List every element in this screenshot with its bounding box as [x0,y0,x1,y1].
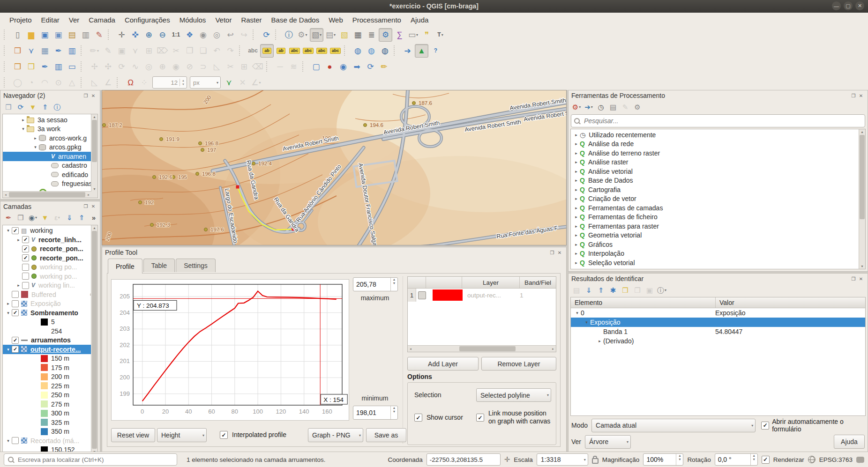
layer-tree-item[interactable]: ▾ output-recorte... [3,345,97,354]
edit-in-place-button[interactable]: ▢ [310,60,322,73]
zoom-last-button[interactable]: ↩ [224,29,237,41]
delete-selected-button[interactable]: ⌦ [156,44,169,57]
browser-tree-item[interactable]: ▸ 3a sessao [3,115,97,125]
horizontal-scrollbar[interactable]: ◂▸ [3,191,91,198]
save-layer-edits-button[interactable]: ▣ [115,44,128,57]
toolbox-category-item[interactable]: ▸ Análise raster [571,158,865,167]
filter-expression-button[interactable]: ε▾ [52,212,63,223]
layer-tree-item[interactable]: recorte_pon... [3,253,97,263]
expander-icon[interactable]: ▸ [573,215,580,219]
drag-handle[interactable] [117,77,122,88]
profile-tab[interactable]: Settings [176,259,216,272]
minimum-spinner[interactable]: 198,01▲▼ [353,406,398,420]
filter-legend-button[interactable]: ▼ [39,212,51,223]
expander-icon[interactable]: ▸ [20,118,27,122]
epsg-code[interactable]: EPSG:3763 [819,456,853,463]
zoom-to-layer-button[interactable]: ◎ [210,29,223,41]
expander-icon[interactable]: ▾ [32,145,39,149]
ver-combo[interactable]: Árvore▾ [585,435,631,449]
run-feature-action-button[interactable]: ⚙▾ [296,29,309,41]
filter-browser-button[interactable]: ▼ [27,101,38,112]
collapse-tree-button[interactable]: ⇑ [595,284,606,296]
circle-3points-button[interactable]: ◔ [25,76,37,89]
layer-tree-item[interactable]: 200 m [3,372,97,382]
float-panel-icon[interactable]: ❐ [82,203,90,210]
layer-tree-item[interactable]: 325 m [3,418,97,427]
messages-icon[interactable] [856,457,864,463]
drag-handle[interactable] [394,45,399,56]
zoom-to-selection-button[interactable]: ◉ [197,29,210,41]
open-attribute-table-button[interactable]: ▦ [352,29,364,41]
maximize-button[interactable]: ▢ [844,1,853,10]
menu-item[interactable]: Vetor [210,14,236,26]
layer-tree-item[interactable]: working po... [3,263,97,272]
open-layer-styling-button[interactable]: ✒ [3,212,14,223]
layer-visibility-checkbox[interactable] [12,291,19,298]
drag-handle[interactable] [4,30,9,40]
selection-combo[interactable]: Selected polyline▾ [476,388,551,402]
expander-icon[interactable]: ▾ [5,438,12,443]
fill-ring-button[interactable]: ◉ [170,60,182,73]
toolbox-category-item[interactable]: ▸ Criação de vetor [571,194,865,204]
identify-results-table[interactable]: Elemento Valor ▾ 0 Exposição [570,297,866,416]
regular-polygon-button[interactable]: △ [66,76,78,89]
add-part-button[interactable]: ⊕ [156,60,169,73]
locator-box[interactable] [4,453,177,466]
add-group-button[interactable]: ❒ [15,212,26,223]
show-pinned-button[interactable]: ◉ [337,60,350,73]
layer-tree-item[interactable]: 250 m [3,391,97,400]
refresh-edits-button[interactable]: ⟳ [364,60,377,73]
vertical-scrollbar[interactable]: ▲▼ [859,129,865,269]
layer-tree-item[interactable]: recorte_pon... [3,245,97,254]
open-project-button[interactable]: ▆ [25,29,37,41]
expander-icon[interactable]: ▸ [573,224,580,229]
browser-tree-item[interactable]: arruamen [3,152,97,161]
float-panel-icon[interactable]: ❐ [82,92,90,99]
toolbox-category-item[interactable]: ▸ Geometria vetorial [571,231,865,240]
expander-icon[interactable]: ▸ [573,160,580,164]
expander-icon[interactable]: ▸ [573,151,580,156]
menu-item[interactable]: Web [324,14,348,26]
processing-search-box[interactable] [571,114,865,127]
new-virtual-layer-button[interactable]: ✒ [38,60,51,73]
geonode-button[interactable]: ◍ [379,44,391,57]
expander-icon[interactable]: ▸ [5,301,12,306]
processing-toolbox-button[interactable]: ⚙ [379,28,392,42]
new-mesh-layer-button[interactable]: ▥ [52,60,65,73]
rotate-feature-button[interactable]: ⟳ [115,60,128,73]
zoom-out-button[interactable]: ⊖ [156,29,169,41]
zoom-full-button[interactable]: ❖ [183,29,196,41]
statistical-summary-button[interactable]: ∑ [393,29,406,41]
options-button[interactable]: ⚙ [632,101,643,112]
expander-icon[interactable]: ▸ [573,251,580,256]
redo-button[interactable]: ↷ [224,44,237,57]
scale-combo[interactable]: 1:3318▾ [537,453,588,466]
undo-button[interactable]: ↶ [210,44,223,57]
profile-layers-table[interactable]: Layer Band/Fiel 1 output-rec... 1 ◂▸ [407,276,556,352]
zoom-in-button[interactable]: ⊕ [142,29,155,41]
map-canvas[interactable]: 200187.2191.9196.8197192.4192.6195196.81… [102,90,567,245]
float-panel-icon[interactable]: ❐ [548,249,556,256]
extents-toggle-icon[interactable]: ✛ [504,455,510,464]
layer-visibility-checkbox[interactable] [12,227,19,234]
expander-icon[interactable]: ▾ [5,311,12,315]
expander-icon[interactable]: ▾ [5,347,12,352]
toolbox-category-item[interactable]: ▸ Ferramentas de camadas [571,203,865,213]
add-vector-layer-button[interactable]: ⋎ [25,44,37,57]
profile-layer-row[interactable]: 1 output-rec... 1 [408,289,556,302]
expander-icon[interactable]: ▾ [583,320,590,325]
save-project-button[interactable]: ▣ [38,29,51,41]
layer-tree-item[interactable]: 150 m [3,354,97,363]
magnifier-spinner[interactable]: 100%▲▼ [643,453,683,466]
reshape-features-button[interactable]: ◺ [210,60,223,73]
toolbox-category-item[interactable]: ▸ Análise do terreno raster [571,148,865,158]
save-project-as-button[interactable]: ▣ [52,29,65,41]
close-panel-icon[interactable]: ✕ [857,92,865,99]
plugin-arrow-button[interactable]: ➔ [401,44,414,57]
layer-visibility-checkbox[interactable] [12,346,19,353]
modo-combo[interactable]: Camada atual▾ [591,419,756,432]
layer-visibility-checkbox[interactable] [22,236,29,243]
layer-visibility-checkbox[interactable] [12,437,19,444]
trash-button[interactable]: ⌫ [251,60,264,73]
close-panel-icon[interactable]: ✕ [90,92,97,99]
